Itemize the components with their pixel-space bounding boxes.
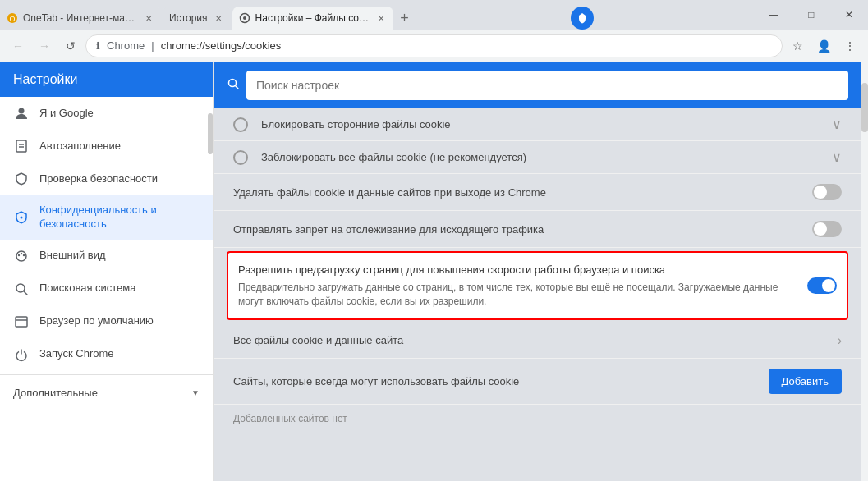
tab-history-close[interactable]: ✕ — [213, 12, 224, 24]
close-button[interactable]: ✕ — [830, 0, 868, 30]
all-cookies-arrow-icon: › — [838, 333, 842, 348]
toggle-delete-switch[interactable] — [812, 184, 842, 200]
tab-onetab-icon: O — [7, 12, 18, 24]
sidebar-section-label: Дополнительные — [13, 387, 98, 399]
radio-block-all[interactable]: Заблокировать все файлы cookie (не реком… — [214, 141, 861, 174]
svg-rect-15 — [16, 317, 27, 327]
reload-button[interactable]: ↺ — [59, 34, 82, 57]
sidebar-item-autofill[interactable]: Автозаполнение — [0, 130, 213, 163]
title-bar: O OneTab - Интернет-магазин Ch... ✕ Исто… — [0, 0, 868, 30]
back-button[interactable]: ← — [7, 34, 30, 57]
preload-text-area: Разрешить предзагрузку страниц для повыш… — [238, 263, 797, 309]
address-pipe: | — [151, 39, 154, 52]
tab-settings[interactable]: Настройки – Файлы cookie и др... ✕ — [232, 7, 393, 30]
preload-toggle-knob — [822, 279, 835, 292]
svg-rect-5 — [16, 140, 26, 152]
sidebar-item-appearance[interactable]: Внешний вид — [0, 240, 213, 273]
svg-line-18 — [236, 86, 239, 89]
preload-desc: Предварительно загружать данные со стран… — [238, 281, 797, 309]
radio-circle-all — [233, 150, 248, 165]
address-bar[interactable]: ℹ Chrome | chrome://settings/cookies — [85, 34, 783, 57]
document-icon — [13, 138, 30, 154]
power-icon — [13, 346, 30, 363]
svg-point-12 — [23, 254, 25, 256]
tab-settings-close[interactable]: ✕ — [375, 12, 387, 24]
sidebar-item-security[interactable]: Проверка безопасности — [0, 163, 213, 195]
no-sites-note: Добавленных сайтов нет — [214, 405, 861, 433]
settings-search-bar — [214, 62, 861, 108]
shield-icon — [13, 171, 30, 187]
radio-block-third-party[interactable]: Блокировать сторонние файлы cookie ∨ — [214, 108, 861, 141]
preload-title: Разрешить предзагрузку страниц для повыш… — [238, 263, 797, 277]
radio-label-all: Заблокировать все файлы cookie (не реком… — [261, 151, 819, 163]
settings-search-input[interactable] — [246, 71, 848, 100]
menu-button[interactable]: ⋮ — [838, 34, 861, 57]
window-controls: — □ ✕ — [755, 0, 868, 30]
svg-point-3 — [243, 16, 246, 20]
forward-button[interactable]: → — [33, 34, 56, 57]
search-icon — [13, 281, 30, 297]
profile-icon[interactable] — [571, 7, 594, 30]
toggle-delete-label: Удалять файлы cookie и данные сайтов при… — [233, 186, 799, 199]
tab-onetab[interactable]: O OneTab - Интернет-магазин Ch... ✕ — [0, 7, 161, 30]
settings-search-icon — [227, 77, 240, 94]
browser-frame: O OneTab - Интернет-магазин Ch... ✕ Исто… — [0, 0, 868, 481]
sidebar-header: Настройки — [0, 62, 213, 97]
content-scrollbar — [861, 62, 868, 481]
tab-settings-icon — [239, 12, 250, 24]
sidebar-item-search-label: Поисковая система — [39, 282, 136, 295]
sidebar-item-appearance-label: Внешний вид — [39, 249, 106, 263]
content-wrapper: Блокировать сторонние файлы cookie ∨ Заб… — [214, 62, 861, 481]
tab-onetab-close[interactable]: ✕ — [143, 12, 154, 24]
browser-icon — [13, 314, 30, 330]
maximize-button[interactable]: □ — [792, 0, 830, 30]
radio-label-third-party: Блокировать сторонние файлы cookie — [261, 118, 819, 131]
radio-circle-third-party — [233, 117, 248, 132]
sidebar-item-privacy[interactable]: Конфиденциальность и безопасность — [0, 195, 213, 240]
sidebar-items-container: Я и Google Автозаполнение Проверка безоп… — [0, 97, 213, 481]
sidebar-item-google[interactable]: Я и Google — [0, 97, 213, 130]
all-cookies-link[interactable]: Все файлы cookie и данные сайта › — [214, 323, 861, 359]
sidebar-scrollbar-thumb — [208, 113, 213, 154]
svg-point-10 — [18, 254, 20, 256]
toggle-track-label: Отправлять запрет на отслеживание для ис… — [233, 223, 799, 236]
svg-text:O: O — [9, 15, 15, 23]
sidebar-section-additional[interactable]: Дополнительные ▼ — [0, 378, 213, 407]
add-site-button[interactable]: Добавить — [769, 369, 842, 394]
address-scheme-icon: ℹ — [96, 40, 100, 52]
svg-line-14 — [24, 291, 27, 295]
sidebar: Настройки Я и Google Автозаполнение — [0, 62, 214, 481]
svg-point-8 — [21, 216, 23, 218]
svg-point-11 — [21, 253, 22, 254]
profile-button[interactable]: 👤 — [812, 34, 835, 57]
sidebar-item-startup-label: Запуск Chrome — [39, 347, 114, 361]
always-allow-label: Сайты, которые всегда могут использовать… — [233, 375, 755, 387]
tab-onetab-label: OneTab - Интернет-магазин Ch... — [23, 12, 138, 24]
tab-history-label: История — [169, 12, 208, 24]
preload-toggle-switch[interactable] — [807, 277, 837, 294]
sidebar-item-autofill-label: Автозаполнение — [39, 140, 121, 153]
address-url: chrome://settings/cookies — [161, 39, 772, 52]
sidebar-item-browser[interactable]: Браузер по умолчанию — [0, 305, 213, 338]
chevron-right-icon: ∨ — [832, 117, 842, 132]
person-icon — [13, 105, 30, 121]
always-allow-section: Сайты, которые всегда могут использовать… — [214, 359, 861, 405]
bookmark-button[interactable]: ☆ — [786, 34, 809, 57]
settings-content: Блокировать сторонние файлы cookie ∨ Заб… — [214, 108, 861, 481]
svg-point-4 — [19, 108, 25, 114]
chevron-right-all-icon: ∨ — [832, 149, 842, 165]
sidebar-item-search[interactable]: Поисковая система — [0, 273, 213, 305]
nav-bar: ← → ↺ ℹ Chrome | chrome://settings/cooki… — [0, 30, 868, 62]
minimize-button[interactable]: — — [755, 0, 792, 30]
tab-history[interactable]: История ✕ — [163, 7, 231, 30]
address-separator: Chrome — [107, 39, 145, 52]
tab-settings-label: Настройки – Файлы cookie и др... — [255, 12, 370, 24]
sidebar-item-startup[interactable]: Запуск Chrome — [0, 338, 213, 371]
toggle-track-switch[interactable] — [812, 221, 842, 237]
content-scrollbar-thumb — [861, 83, 868, 132]
preload-setting-highlighted: Разрешить предзагрузку страниц для повыш… — [227, 251, 848, 320]
new-tab-button[interactable]: + — [393, 7, 416, 30]
toggle-do-not-track: Отправлять запрет на отслеживание для ис… — [214, 211, 861, 248]
sidebar-item-privacy-label: Конфиденциальность и безопасность — [39, 204, 200, 231]
toggle-track-knob — [814, 222, 827, 236]
